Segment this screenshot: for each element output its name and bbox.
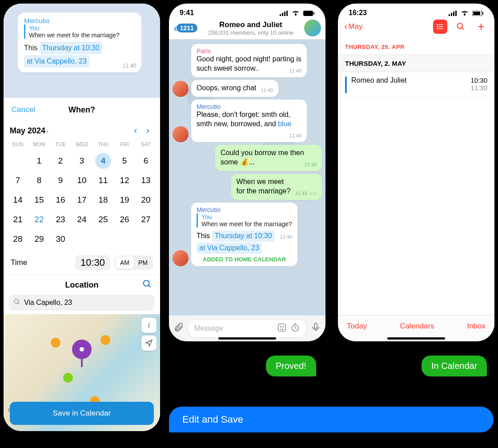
sticker-icon[interactable]	[277, 323, 287, 332]
search-icon[interactable]	[142, 279, 152, 291]
back-button[interactable]: ‹ May	[344, 21, 362, 32]
sheet-header: Cancel When?	[4, 98, 160, 122]
calendar-day[interactable]: 14	[7, 190, 28, 210]
status-icons	[278, 9, 315, 17]
svg-rect-20	[482, 12, 483, 15]
calendar-day: .	[71, 229, 92, 249]
message-bubble[interactable]: ParisGood night, good night! parting is …	[191, 44, 307, 77]
event-title: Romeo and Juliet	[351, 76, 470, 84]
calendar-day[interactable]: 12	[114, 171, 135, 190]
svg-rect-6	[284, 12, 285, 16]
calendar-day[interactable]: 27	[135, 210, 157, 229]
calendar-day[interactable]: 15	[28, 190, 50, 210]
calendar-day[interactable]: 7	[7, 171, 28, 190]
calendar-day[interactable]: 25	[92, 210, 114, 229]
day-header: THURSDAY, 2. MAY	[338, 55, 494, 72]
message-bubble[interactable]: Could you borrow me then some 💰...11:30	[215, 145, 322, 171]
wifi-icon	[292, 11, 300, 16]
svg-point-11	[280, 326, 281, 327]
message-timestamp: 11:40	[280, 234, 292, 240]
am-option[interactable]: AM	[116, 256, 134, 269]
calendar-day[interactable]: 13	[135, 171, 157, 190]
calendar-day[interactable]: 30	[50, 229, 71, 249]
list-view-button[interactable]	[433, 20, 447, 34]
status-time: 16:23	[349, 9, 367, 17]
sheet-title: When?	[68, 105, 95, 115]
status-icons	[447, 9, 484, 17]
reply-text: When we meet for the marriage?	[29, 32, 135, 39]
calendar-day[interactable]: 5	[114, 151, 135, 171]
calendar-day[interactable]: 21	[7, 210, 28, 229]
time-value-input[interactable]: 10:30	[75, 255, 110, 270]
ampm-toggle[interactable]: AM PM	[115, 256, 153, 270]
message-body: Good night, good night! parting is such …	[197, 55, 301, 73]
calendar-day[interactable]: 6	[135, 151, 157, 171]
detected-time-chip[interactable]: Thursday at 10:30	[212, 231, 275, 242]
calendar-day[interactable]: 9	[50, 171, 71, 190]
timer-icon[interactable]	[290, 323, 300, 332]
calendar-day[interactable]: 19	[114, 190, 135, 210]
calendar-day[interactable]: 2	[50, 151, 71, 171]
chat-avatar[interactable]	[304, 20, 321, 36]
chat-body[interactable]: ParisGood night, good night! parting is …	[169, 40, 325, 319]
calendar-day[interactable]: 10	[71, 171, 92, 190]
event-times: 10:30 11:30	[470, 76, 487, 92]
map-locate-button[interactable]	[141, 336, 157, 351]
message-input[interactable]: Message	[188, 319, 307, 338]
calendar-day[interactable]: 16	[50, 190, 71, 210]
message-bubble[interactable]: Ooops, wrong chat11:40	[191, 80, 278, 97]
calendars-button[interactable]: Calendars	[400, 322, 434, 331]
detected-location-chip[interactable]: at Via Cappello, 23	[197, 243, 262, 254]
svg-rect-8	[303, 11, 313, 16]
detected-location-chip[interactable]: at Via Cappello, 23	[24, 55, 89, 68]
calendar-day[interactable]: 8	[28, 171, 50, 190]
calendar-day[interactable]: 23	[50, 210, 71, 229]
calendar-day[interactable]: 17	[71, 190, 92, 210]
unread-badge[interactable]: 1211	[177, 24, 197, 32]
link[interactable]: blue	[278, 120, 291, 128]
chat-title: Romeo and Juliet	[197, 20, 304, 29]
message-bubble[interactable]: When we meetfor the marriage?11:43 ✓✓	[231, 174, 322, 200]
svg-rect-5	[282, 13, 283, 16]
avatar[interactable]	[173, 81, 189, 97]
calendar-day[interactable]: 20	[135, 190, 157, 210]
location-input[interactable]: Via Capello, 23	[9, 295, 155, 311]
inbox-button[interactable]: Inbox	[467, 322, 486, 331]
prev-month-button[interactable]: ‹	[129, 125, 141, 136]
wifi-icon	[461, 11, 469, 16]
mic-icon[interactable]	[310, 322, 321, 335]
calendar-day[interactable]: 11	[92, 171, 114, 190]
cancel-button[interactable]: Cancel	[12, 105, 35, 114]
chat-title-wrap[interactable]: Romeo and Juliet 258,031 members, only 1…	[197, 20, 304, 36]
search-button[interactable]	[454, 20, 468, 34]
calendar-day[interactable]: 28	[7, 229, 28, 249]
attach-icon[interactable]	[173, 322, 184, 335]
status-bar: 16:23	[338, 4, 494, 18]
today-button[interactable]: Today	[347, 322, 367, 331]
add-event-button[interactable]: +	[474, 20, 488, 34]
message-bubble[interactable]: MercutioYouWhen we meet for the marriage…	[191, 203, 297, 266]
message-body: When we meetfor the marriage?11:43 ✓✓	[237, 177, 317, 196]
next-month-button[interactable]: ›	[142, 125, 154, 136]
calendar-day[interactable]: 18	[92, 190, 114, 210]
svg-point-2	[14, 299, 18, 303]
calendar-day[interactable]: 26	[114, 210, 135, 229]
map-preview[interactable]: CITTÀ ANTICA i Save in Calendar	[4, 314, 160, 431]
save-in-calendar-button[interactable]: Save in Calendar	[10, 402, 154, 425]
chat-subtitle: 258,031 members, only 10 online	[197, 29, 304, 36]
event-row[interactable]: Romeo and Juliet 10:30 11:30	[338, 72, 494, 98]
calendar-day[interactable]: 22	[28, 210, 50, 229]
avatar[interactable]	[173, 126, 189, 142]
calendar-day[interactable]: 29	[28, 229, 50, 249]
detected-time-chip[interactable]: Thursday at 10:30	[40, 42, 102, 54]
month-label[interactable]: May 2024	[10, 126, 45, 136]
avatar[interactable]	[173, 250, 189, 266]
calendar-day[interactable]: 24	[71, 210, 92, 229]
pm-option[interactable]: PM	[134, 256, 152, 269]
calendar-day[interactable]: 1	[28, 151, 50, 171]
map-info-button[interactable]: i	[141, 318, 157, 333]
message-timestamp: 11:40	[289, 68, 301, 74]
calendar-day[interactable]: 3	[71, 151, 92, 171]
message-bubble[interactable]: MercutioPlease, don't forget: smth old, …	[191, 100, 307, 142]
calendar-day[interactable]: 4	[92, 151, 114, 171]
